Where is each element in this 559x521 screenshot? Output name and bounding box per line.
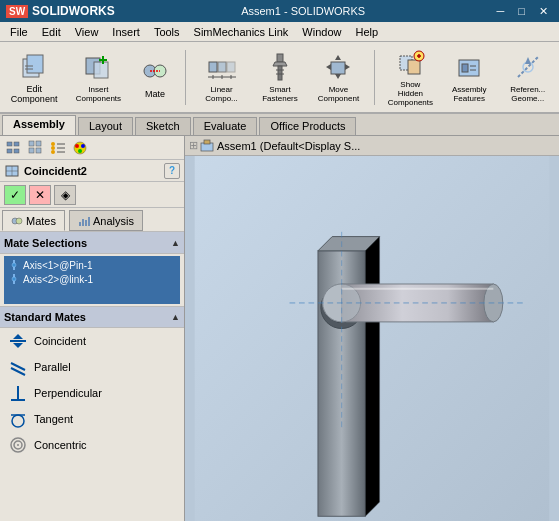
extra-button[interactable]: ◈ bbox=[54, 185, 76, 205]
edit-component-label: Edit Component bbox=[9, 84, 59, 104]
menu-bar: File Edit View Insert Tools SimMechanics… bbox=[0, 22, 559, 42]
svg-point-70 bbox=[12, 277, 16, 281]
panel-list-btn[interactable] bbox=[48, 139, 68, 157]
reference-geometry-button[interactable]: Referen... Geome... bbox=[503, 47, 553, 107]
standard-mates-collapse[interactable]: ▲ bbox=[171, 312, 180, 322]
coincident-option[interactable]: Coincident bbox=[0, 328, 184, 354]
menu-window[interactable]: Window bbox=[296, 25, 347, 39]
svg-point-82 bbox=[17, 444, 19, 446]
concentric-option[interactable]: Concentric bbox=[0, 432, 184, 458]
tree-root-label: Assem1 (Default<Display S... bbox=[217, 140, 360, 152]
svg-rect-12 bbox=[218, 62, 226, 72]
cancel-button[interactable]: ✕ bbox=[29, 185, 51, 205]
menu-edit[interactable]: Edit bbox=[36, 25, 67, 39]
assembly-tree-icon bbox=[200, 139, 214, 153]
svg-point-57 bbox=[78, 149, 82, 153]
menu-simmechanics[interactable]: SimMechanics Link bbox=[188, 25, 295, 39]
svg-point-55 bbox=[75, 144, 79, 148]
selection-text-1: Axis<1>@Pin-1 bbox=[23, 260, 93, 271]
svg-rect-40 bbox=[7, 142, 12, 146]
svg-rect-66 bbox=[88, 217, 90, 226]
svg-rect-34 bbox=[462, 64, 468, 72]
svg-point-78 bbox=[12, 415, 24, 427]
insert-components-icon bbox=[82, 51, 114, 83]
menu-file[interactable]: File bbox=[4, 25, 34, 39]
edit-component-icon bbox=[18, 50, 50, 82]
menu-tools[interactable]: Tools bbox=[148, 25, 186, 39]
parallel-label: Parallel bbox=[34, 361, 71, 373]
panel-toolbar bbox=[0, 136, 184, 160]
analysis-tab-icon bbox=[78, 215, 90, 227]
coincident-icon bbox=[8, 331, 28, 351]
svg-rect-18 bbox=[277, 54, 283, 62]
svg-rect-1 bbox=[27, 55, 43, 73]
axis-icon-1 bbox=[8, 259, 20, 271]
panel-icon bbox=[4, 163, 20, 179]
svg-rect-43 bbox=[14, 149, 19, 153]
tab-office-products[interactable]: Office Products bbox=[259, 117, 356, 135]
svg-marker-88 bbox=[365, 237, 379, 517]
panel-tree-btn[interactable] bbox=[4, 139, 24, 157]
close-btn[interactable]: ✕ bbox=[534, 5, 553, 18]
minimize-btn[interactable]: ─ bbox=[492, 5, 510, 18]
move-component-button[interactable]: Move Component bbox=[313, 47, 363, 107]
panel-title: Coincident2 bbox=[24, 165, 160, 177]
list-item: Axis<1>@Pin-1 bbox=[6, 258, 178, 272]
move-component-label: Move Component bbox=[316, 85, 360, 103]
tab-evaluate[interactable]: Evaluate bbox=[193, 117, 258, 135]
menu-insert[interactable]: Insert bbox=[106, 25, 146, 39]
linear-component-icon bbox=[206, 51, 238, 83]
mates-tab-icon bbox=[11, 215, 23, 227]
viewport-svg bbox=[185, 156, 559, 521]
maximize-btn[interactable]: □ bbox=[513, 5, 530, 18]
panel-help-btn[interactable]: ? bbox=[164, 163, 180, 179]
analysis-tab[interactable]: Analysis bbox=[69, 210, 143, 231]
svg-rect-46 bbox=[29, 148, 34, 153]
menu-view[interactable]: View bbox=[69, 25, 105, 39]
mate-selections-collapse[interactable]: ▲ bbox=[171, 238, 180, 248]
insert-components-button[interactable]: Insert Components bbox=[70, 47, 126, 107]
concentric-label: Concentric bbox=[34, 439, 87, 451]
ok-button[interactable]: ✓ bbox=[4, 185, 26, 205]
menu-help[interactable]: Help bbox=[349, 25, 384, 39]
linear-component-button[interactable]: Linear Compo... bbox=[196, 47, 246, 107]
window-title: Assem1 - SOLIDWORKS bbox=[115, 5, 492, 17]
smart-fasteners-button[interactable]: Smart Fasteners bbox=[255, 47, 305, 107]
show-hidden-components-button[interactable]: Show Hidden Components bbox=[385, 47, 436, 107]
tab-sketch[interactable]: Sketch bbox=[135, 117, 191, 135]
mate-button[interactable]: Mate bbox=[135, 47, 176, 107]
action-buttons: ✓ ✕ ◈ bbox=[0, 182, 184, 208]
parallel-option[interactable]: Parallel bbox=[0, 354, 184, 380]
title-bar: SW SOLIDWORKS Assem1 - SOLIDWORKS ─ □ ✕ bbox=[0, 0, 559, 22]
tree-header: ⊞ Assem1 (Default<Display S... bbox=[185, 136, 559, 156]
svg-rect-63 bbox=[79, 222, 81, 226]
window-controls[interactable]: ─ □ ✕ bbox=[492, 5, 553, 18]
tree-expand-icon[interactable]: ⊞ bbox=[189, 139, 198, 152]
mates-tab-label: Mates bbox=[26, 215, 56, 227]
concentric-icon bbox=[8, 435, 28, 455]
svg-point-50 bbox=[51, 150, 55, 154]
svg-point-68 bbox=[12, 263, 16, 267]
svg-rect-44 bbox=[29, 141, 34, 146]
svg-marker-24 bbox=[335, 55, 341, 60]
tab-layout[interactable]: Layout bbox=[78, 117, 133, 135]
move-component-icon bbox=[322, 51, 354, 83]
svg-marker-19 bbox=[273, 62, 287, 66]
svg-rect-84 bbox=[204, 140, 210, 144]
viewport[interactable] bbox=[185, 156, 559, 521]
panel-grid-btn[interactable] bbox=[26, 139, 46, 157]
tangent-label: Tangent bbox=[34, 413, 73, 425]
perpendicular-icon bbox=[8, 383, 28, 403]
tangent-option[interactable]: Tangent bbox=[0, 406, 184, 432]
assembly-features-button[interactable]: Assembly Features bbox=[444, 47, 494, 107]
left-panel: Coincident2 ? ✓ ✕ ◈ Mates bbox=[0, 136, 185, 521]
toolbar-separator-1 bbox=[185, 50, 186, 105]
assembly-features-label: Assembly Features bbox=[447, 85, 491, 103]
panel-color-btn[interactable] bbox=[70, 139, 90, 157]
tab-assembly[interactable]: Assembly bbox=[2, 115, 76, 135]
mates-tab[interactable]: Mates bbox=[2, 210, 65, 231]
mate-selections-title: Mate Selections bbox=[4, 237, 87, 249]
edit-component-button[interactable]: Edit Component bbox=[6, 47, 62, 107]
perpendicular-option[interactable]: Perpendicular bbox=[0, 380, 184, 406]
panel-title-row: Coincident2 ? bbox=[0, 160, 184, 182]
